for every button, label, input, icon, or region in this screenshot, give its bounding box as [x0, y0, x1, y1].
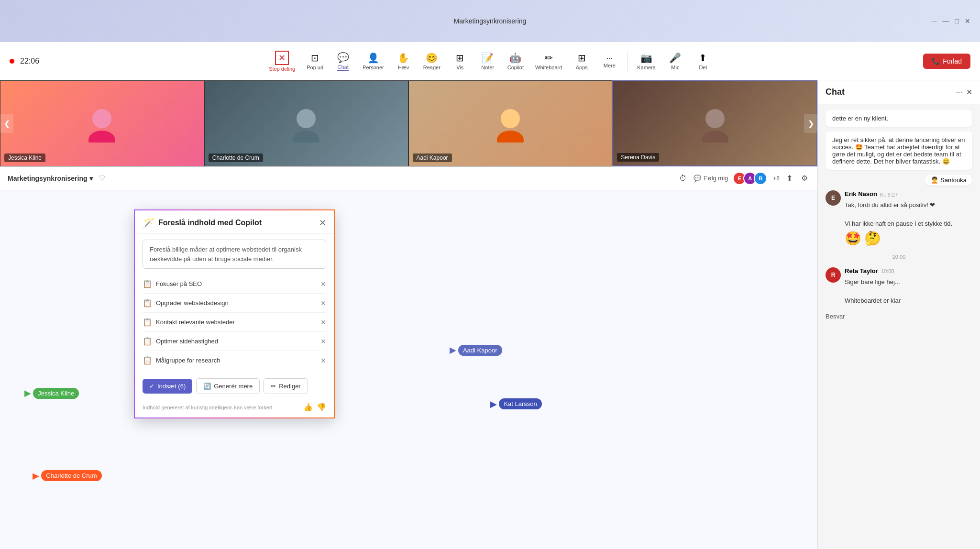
- copilot-button[interactable]: 🤖 Copilot: [503, 49, 529, 73]
- chat-icon: 💬: [337, 52, 349, 63]
- whiteboard-icon: ✏: [545, 52, 553, 64]
- chat-button[interactable]: 💬 Chat: [330, 49, 356, 74]
- time-erik: Kl. 9:27: [880, 192, 898, 198]
- vis-icon: ⊞: [456, 52, 464, 64]
- santouka-emoji: 🧑‍🦱: [931, 176, 938, 184]
- whiteboard-button[interactable]: ✏ Whiteboard: [530, 49, 567, 73]
- video-prev-button[interactable]: ❮: [0, 114, 13, 133]
- mic-button[interactable]: 🎤 Mic: [662, 49, 688, 73]
- close-button[interactable]: ✕: [965, 17, 970, 25]
- apps-icon: ⊞: [578, 52, 586, 64]
- copilot-disclaimer: Indhold genereret af kunstig intelligens…: [143, 405, 273, 410]
- video-card-4: Serena Davis: [612, 80, 817, 166]
- cursor-arrow-jessica: ▶: [24, 388, 31, 398]
- reager-button[interactable]: 😊 Reager: [418, 49, 445, 73]
- copilot-item-close-0[interactable]: ✕: [320, 280, 326, 288]
- thumbup-button[interactable]: 👍: [303, 403, 313, 412]
- pop-ud-button[interactable]: ⊡ Pop ud: [302, 49, 328, 73]
- pop-ud-label: Pop ud: [307, 65, 323, 70]
- kamera-button[interactable]: 📷 Kamera: [632, 49, 661, 73]
- personer-button[interactable]: 👤 Personer: [358, 49, 389, 73]
- favorite-icon[interactable]: ♡: [99, 174, 105, 183]
- chat-msg-reta: Siger bare lige hej... Whiteboardet er k…: [845, 277, 972, 306]
- share-button[interactable]: ⬆: [784, 172, 794, 185]
- pop-ud-icon: ⊡: [311, 52, 319, 64]
- timer-button[interactable]: ⏱: [677, 172, 689, 185]
- copilot-item-4: 📋 Målgruppe for research ✕: [143, 351, 326, 370]
- copilot-feedback: 👍 👎: [303, 403, 326, 412]
- toolbar-divider: [627, 52, 628, 71]
- haev-button[interactable]: ✋ Hæv: [391, 49, 417, 73]
- meeting-controls-right: ⏱ 💬 Følg mig E A B +6 ⬆ ⚙: [677, 172, 810, 185]
- copilot-item-icon-4: 📋: [143, 356, 152, 365]
- noter-button[interactable]: 📝 Noter: [475, 49, 501, 73]
- emoji-1: 🤩: [845, 231, 861, 246]
- vis-button[interactable]: ⊞ Vis: [447, 49, 473, 73]
- cursor-charlotte: ▶ Charlotte de Crum: [33, 470, 101, 481]
- video-name-2: Charlotte de Crum: [209, 154, 263, 162]
- reply-button[interactable]: Besvar: [826, 313, 845, 320]
- mere-button[interactable]: ··· Mere: [596, 51, 622, 71]
- copilot-item-icon-2: 📋: [143, 318, 152, 327]
- thumbdown-button[interactable]: 👎: [317, 403, 326, 412]
- personer-icon: 👤: [367, 52, 379, 64]
- divider-line-right: [911, 257, 949, 257]
- meeting-title-chevron[interactable]: ▾: [89, 175, 93, 182]
- cursor-tag-jessica: Jessica Kline: [33, 388, 79, 399]
- copilot-item-2: 📋 Kontakt relevante websteder ✕: [143, 313, 326, 332]
- copilot-icon: 🤖: [509, 52, 521, 64]
- chat-bubble-1: dette er en ny klient.: [826, 110, 972, 127]
- meeting-area: ❮ Jessica Kline: [0, 80, 817, 549]
- copilot-item-0: 📋 Fokuser på SEO ✕: [143, 274, 326, 294]
- follow-button[interactable]: 💬 Følg mig: [694, 175, 728, 182]
- svg-point-2: [297, 109, 316, 128]
- copilot-item-close-2[interactable]: ✕: [320, 318, 326, 326]
- cursor-aadi: ▶ Aadi Kapoor: [450, 345, 502, 356]
- emoji-2: 🤔: [864, 231, 881, 246]
- emoji-row-erik: 🤩 🤔: [845, 231, 972, 246]
- forlad-button[interactable]: 📞 Forlad: [923, 54, 970, 69]
- copilot-item-text-0: Fokuser på SEO: [156, 280, 317, 287]
- maximize-button[interactable]: □: [955, 17, 959, 25]
- chat-meta-erik: Erik Nason Kl. 9:27: [845, 190, 972, 198]
- del-button[interactable]: ⬆ Del: [690, 49, 716, 73]
- chat-message-erik: E Erik Nason Kl. 9:27 Tak, fordi du alti…: [826, 190, 972, 246]
- noter-label: Noter: [481, 65, 494, 70]
- time-reta: 10:00: [881, 268, 894, 274]
- sender-erik: Erik Nason: [845, 190, 877, 198]
- copilot-item-close-1[interactable]: ✕: [320, 299, 326, 307]
- title-bar-controls: ··· — □ ✕: [931, 17, 970, 25]
- insert-check-icon: ✓: [149, 383, 154, 390]
- more-icon[interactable]: ···: [931, 17, 937, 25]
- mic-icon: 🎤: [669, 52, 681, 64]
- chat-close-button[interactable]: ✕: [966, 88, 972, 97]
- del-icon: ⬆: [699, 52, 707, 64]
- erik-line-1: Tak, fordi du altid er så positiv! ❤: [845, 201, 935, 209]
- copilot-item-close-4[interactable]: ✕: [320, 357, 326, 364]
- copilot-item-3: 📋 Optimer sidehastighed ✕: [143, 332, 326, 351]
- plus-badge: +6: [773, 175, 780, 182]
- chat-title: Chat: [826, 87, 952, 97]
- svg-point-3: [293, 131, 319, 143]
- chat-header: Chat ··· ✕: [818, 80, 980, 104]
- copilot-close-button[interactable]: ✕: [319, 218, 326, 228]
- avatar-3: B: [754, 172, 767, 185]
- minimize-button[interactable]: —: [943, 17, 949, 25]
- copilot-item-close-3[interactable]: ✕: [320, 338, 326, 345]
- video-next-button[interactable]: ❯: [804, 114, 817, 133]
- settings-button[interactable]: ⚙: [799, 172, 810, 185]
- video-card-2: Charlotte de Crum: [204, 80, 408, 166]
- stop-share-button[interactable]: ✕ Stop deling: [264, 48, 300, 75]
- chat-more-button[interactable]: ···: [956, 88, 962, 97]
- copilot-item-text-3: Optimer sidehastighed: [156, 338, 317, 345]
- cursor-arrow-kat: ▶: [490, 399, 497, 409]
- reply-area: Besvar: [826, 310, 972, 320]
- insert-button[interactable]: ✓ Indsæt (6): [143, 379, 192, 394]
- copilot-item-text-2: Kontakt relevante websteder: [156, 318, 317, 326]
- copilot-item-text-1: Opgrader webstedsdesign: [156, 299, 317, 307]
- generate-button[interactable]: 🔄 Generér mere: [196, 378, 260, 394]
- copilot-item-icon-0: 📋: [143, 279, 152, 288]
- edit-button[interactable]: ✏ Rediger: [264, 378, 308, 394]
- apps-button[interactable]: ⊞ Apps: [569, 49, 595, 73]
- whiteboard-area[interactable]: ▶ Jessica Kline ▶ Charlotte de Crum ▶ Aa…: [0, 190, 817, 549]
